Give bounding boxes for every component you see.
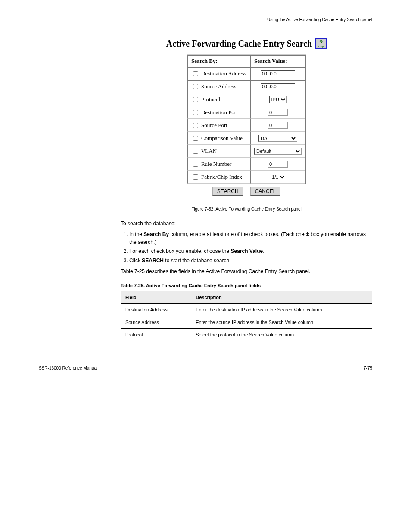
select-vlan[interactable]: Default [254,148,302,155]
table-row: Source Address Enter the source IP addre… [121,316,372,329]
table-row: Protocol Select the protocol in the Sear… [121,329,372,341]
instructions-note: Table 7-25 describes the fields in the A… [121,268,372,275]
col-header-searchby: Search By: [187,55,250,67]
checkbox-source-port[interactable] [193,123,198,128]
checkbox-destination-port[interactable] [193,110,198,115]
input-destination-address[interactable] [261,70,295,77]
input-source-port[interactable] [268,122,288,129]
search-button[interactable]: SEARCH [212,187,243,196]
cancel-button[interactable]: CANCEL [250,187,281,196]
page-header: Using the Active Forwarding Cache Entry … [39,17,372,25]
input-rule-number[interactable] [268,161,288,168]
select-fabric-chip-index[interactable]: 1/1 [270,174,286,180]
table-row: Destination Address Enter the destinatio… [121,304,372,316]
label-rule-number: Rule Number [201,161,231,168]
label-destination-address: Destination Address [201,70,246,77]
footer-right: 7-75 [364,366,372,370]
instructions-intro: To search the database: [121,220,372,227]
checkbox-vlan[interactable] [193,149,198,154]
label-vlan: VLAN [201,148,217,155]
checkbox-protocol[interactable] [193,97,198,102]
label-fabric-chip-index: Fabric/Chip Index [201,174,242,180]
label-protocol: Protocol [201,96,220,103]
fields-col-description: Description [191,291,372,304]
panel-title: Active Forwarding Cache Entry Search [166,39,312,49]
label-source-address: Source Address [201,83,236,90]
checkbox-rule-number[interactable] [193,162,198,167]
label-destination-port: Destination Port [201,109,238,116]
label-comparison-value: Comparison Value [201,135,243,142]
instruction-step-2: For each check box you enable, choose th… [129,248,372,255]
table-heading: Table 7-25. Active Forwarding Cache Entr… [121,283,372,288]
input-destination-port[interactable] [268,109,288,116]
checkbox-fabric-chip-index[interactable] [193,174,198,180]
help-icon[interactable]: ? Help [315,38,327,49]
select-protocol[interactable]: IPU [269,96,287,103]
footer-left: SSR-16000 Reference Manual [39,366,97,370]
checkbox-source-address[interactable] [193,84,198,89]
fields-description-table: Field Description Destination Address En… [121,291,372,341]
select-comparison-value[interactable]: DA [258,135,297,142]
col-header-searchvalue: Search Value: [250,55,305,67]
figure-caption: Figure 7-52. Active Forwarding Cache Ent… [121,207,372,212]
instruction-step-3: Click SEARCH to start the database searc… [129,257,372,264]
checkbox-comparison-value[interactable] [193,136,198,141]
fields-col-field: Field [121,291,191,304]
checkbox-destination-address[interactable] [193,71,198,76]
instruction-step-1: In the Search By column, enable at least… [129,231,372,246]
search-form-table: Search By: Search Value: Destination Add… [187,54,306,184]
label-source-port: Source Port [201,122,227,129]
input-source-address[interactable] [261,83,295,90]
